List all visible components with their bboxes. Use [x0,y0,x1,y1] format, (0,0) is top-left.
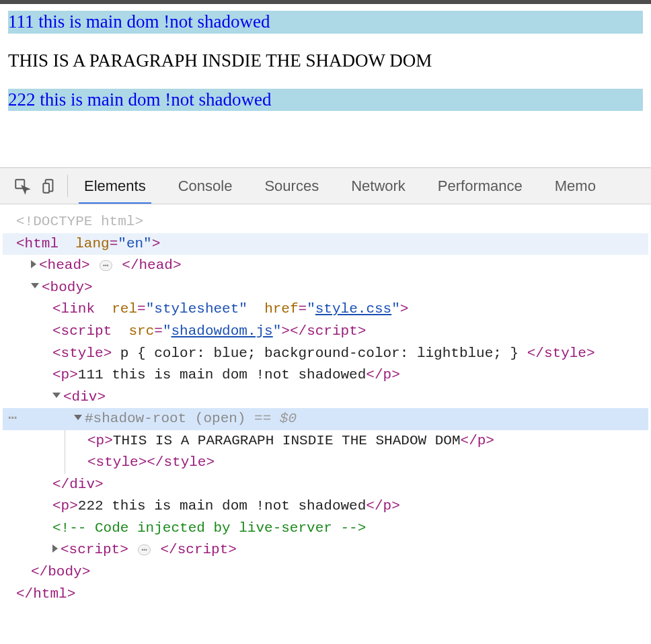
code-text: </script> [161,542,237,557]
devtools-panel: Elements Console Sources Network Perform… [0,167,651,624]
code-text: <html [16,236,59,251]
code-text: <link [52,301,95,317]
code-text: </div> [52,477,104,492]
code-text: > [400,301,409,317]
tab-memory[interactable]: Memo [539,168,612,204]
dom-line-div-open[interactable]: <div> [3,387,648,409]
tab-sources[interactable]: Sources [248,168,335,204]
elements-dom-tree[interactable]: <!DOCTYPE html> <html lang="en"> <head> … [0,204,651,624]
code-text: = [110,236,118,251]
code-text: = [299,301,307,317]
inspect-element-icon[interactable] [13,177,31,195]
dom-line-style[interactable]: <style> p { color: blue; background-colo… [3,343,648,365]
code-text: <style></style> [87,454,215,470]
dom-line-html-open[interactable]: <html lang="en"> [3,233,648,255]
dom-line-script-collapsed[interactable]: <script> ⋯ </script> [3,539,648,561]
code-text: href [256,301,299,317]
dom-line-shadow-style[interactable]: <style></style> [3,452,648,474]
dom-line-body-open[interactable]: <body> [3,277,648,299]
code-text: = [154,323,163,339]
code-text: 111 this is main dom !not shadowed [78,367,366,383]
code-text: <p> [52,498,78,514]
code-text: rel [104,301,137,317]
code-text: ></script> [281,323,366,339]
dom-line-p1[interactable]: <p>111 this is main dom !not shadowed</p… [3,364,648,387]
code-text: > [152,236,161,251]
code-text: THIS IS A PARAGRAPH INSDIE THE SHADOW DO… [113,433,461,448]
code-text: </style> [527,346,595,361]
dom-line-link[interactable]: <link rel="stylesheet" href="style.css"> [3,298,648,321]
code-text: <head> [39,257,90,273]
code-text: <p> [87,433,113,448]
tree-rail [65,452,65,474]
devtools-tabs: Elements Console Sources Network Perform… [68,168,612,204]
svg-rect-2 [43,183,49,192]
tab-elements[interactable]: Elements [68,168,162,204]
doctype-text: <!DOCTYPE html> [16,214,143,229]
ellipsis-icon[interactable]: ⋯ [138,545,150,555]
dom-line-comment[interactable]: <!-- Code injected by live-server --> [3,518,648,540]
code-text: = [137,301,146,317]
tree-rail [65,430,65,452]
code-text: "shadowdom.js" [163,323,281,339]
comment-text: <!-- Code injected by live-server --> [52,520,366,536]
code-text: <body> [42,280,93,295]
tab-console[interactable]: Console [162,168,249,204]
code-text: "style.css" [307,301,400,317]
disclosure-triangle-icon[interactable] [52,393,61,398]
disclosure-triangle-icon[interactable] [74,415,82,420]
dom-line-html-close[interactable]: </html> [3,583,648,606]
code-text: 222 this is main dom !not shadowed [78,498,366,514]
devtools-toolbar: Elements Console Sources Network Perform… [0,168,651,204]
code-text: </head> [122,257,181,273]
device-toolbar-icon[interactable] [40,177,58,195]
shadow-paragraph: THIS IS A PARAGRAPH INSDIE THE SHADOW DO… [8,50,643,73]
code-text: <script> [61,542,128,557]
shadow-root-label: #shadow-root (open) [85,411,245,426]
code-text: </p> [366,367,399,383]
code-text: <div> [63,389,106,405]
dollar-zero-label: == $0 [245,411,297,426]
code-text: </body> [31,564,90,579]
code-text: </html> [16,586,75,602]
main-paragraph-1: 111 this is main dom !not shadowed [8,11,643,34]
rendered-page: 111 this is main dom !not shadowed THIS … [0,4,651,167]
code-text: </p> [461,433,494,448]
code-text: </p> [366,498,399,514]
dom-line-shadow-p[interactable]: <p>THIS IS A PARAGRAPH INSDIE THE SHADOW… [3,430,648,452]
code-text: <style> [52,346,112,361]
code-text: "stylesheet" [146,301,247,317]
toolbar-icon-group [0,168,67,204]
tab-performance[interactable]: Performance [422,168,539,204]
disclosure-triangle-icon[interactable] [31,283,39,288]
code-text: src [120,323,154,339]
main-paragraph-2: 222 this is main dom !not shadowed [8,89,643,112]
dom-line-head[interactable]: <head> ⋯ </head> [3,255,648,277]
dom-line-doctype[interactable]: <!DOCTYPE html> [3,211,648,233]
disclosure-triangle-icon[interactable] [31,260,36,268]
gutter-menu-icon[interactable]: ⋯ [8,407,18,430]
ellipsis-icon[interactable]: ⋯ [100,260,112,271]
dom-line-body-close[interactable]: </body> [3,561,648,583]
code-text: lang [67,236,110,251]
code-text: "en" [118,236,151,251]
dom-line-shadow-root[interactable]: ⋯ #shadow-root (open) == $0 [3,408,648,430]
script-link[interactable]: shadowdom.js [171,323,272,339]
dom-line-p2[interactable]: <p>222 this is main dom !not shadowed</p… [3,495,648,518]
stylesheet-link[interactable]: style.css [315,301,391,317]
code-text: <p> [52,367,78,383]
dom-line-div-close[interactable]: </div> [3,474,648,496]
disclosure-triangle-icon[interactable] [52,545,58,553]
code-text: p { color: blue; background-color: light… [112,346,527,361]
dom-line-script-src[interactable]: <script src="shadowdom.js"></script> [3,321,648,343]
code-text: <script [52,323,112,339]
tab-network[interactable]: Network [335,168,422,204]
